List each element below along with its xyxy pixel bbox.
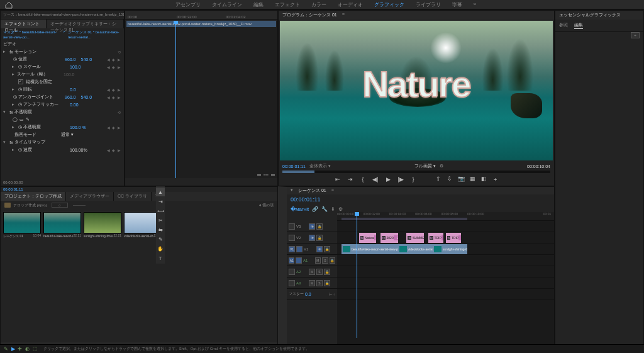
fx-icon[interactable]: fx (8, 50, 14, 54)
track-output[interactable]: 👁 (316, 246, 323, 252)
comparison-icon[interactable]: ◧ (480, 176, 487, 184)
pos-y[interactable]: 540.0 (81, 57, 92, 62)
export-frame-icon[interactable]: 📷 (457, 176, 465, 184)
track-lock[interactable]: 🔒 (324, 246, 330, 252)
track-mute[interactable]: M (315, 257, 321, 264)
rect-mask-icon[interactable]: ▭ (18, 117, 25, 122)
stopwatch-icon[interactable]: ◷ (17, 87, 23, 92)
ws-library[interactable]: ライブラリ (416, 1, 441, 8)
program-scrub[interactable] (282, 171, 314, 173)
project-item[interactable]: シーケンス 0110:04 (3, 212, 41, 238)
eg-tab-browse[interactable]: 参照 (559, 22, 568, 29)
track-name[interactable]: V1 (304, 247, 315, 251)
snap-icon[interactable]: �магнit (291, 206, 309, 212)
ws-captions[interactable]: 字幕 (452, 1, 462, 8)
graphics-clip[interactable]: fx NatureNature (359, 233, 377, 243)
reset-icon[interactable]: ⟲ (118, 110, 121, 115)
program-viewer[interactable]: Nature (280, 21, 553, 160)
stopwatch-icon[interactable]: ◷ (12, 57, 18, 62)
timeline-playhead[interactable] (357, 212, 357, 338)
track-solo[interactable]: S (316, 280, 323, 286)
graphics-clip[interactable]: fx TRIPTRIP (446, 233, 461, 243)
track-solo[interactable]: S (322, 257, 328, 264)
zoom-out-icon[interactable]: ▬ (257, 172, 261, 177)
reset-icon[interactable]: ⟲ (118, 50, 121, 54)
selection-tool-icon[interactable]: ▲ (156, 188, 165, 196)
mark-out-icon[interactable]: ⇥ (347, 176, 354, 182)
lift-icon[interactable]: ⇪ (435, 176, 442, 184)
master-val[interactable]: 0.0 (305, 292, 311, 296)
linked-selection-icon[interactable]: 🔗 (312, 206, 318, 212)
eg-title[interactable]: エッセンシャルグラフィックス (555, 11, 643, 20)
stopwatch-icon[interactable]: ◷ (17, 147, 23, 152)
video-clip[interactable]: sunlight-shining-through-glare-of-trees_… (433, 244, 467, 254)
tab-media-browser[interactable]: メディアブラウザー (66, 192, 114, 201)
video-clip[interactable]: beautiful-lake-resort-aerial-view-pond-w… (341, 244, 398, 254)
resolution-dropdown[interactable]: フル画質 ▾ (414, 163, 436, 169)
track-target[interactable] (289, 223, 295, 230)
program-title[interactable]: プログラム：シーケンス 01 (282, 12, 337, 18)
tab-cc-libraries[interactable]: CC ライブラリ (114, 192, 152, 201)
ws-edit[interactable]: 編集 (253, 1, 264, 8)
type-tool-icon[interactable]: T (156, 254, 165, 262)
track-name[interactable]: A1 (303, 259, 314, 262)
program-timecode[interactable]: 00:00:01:11 (282, 164, 306, 169)
track-lock[interactable]: 🔒 (324, 280, 330, 286)
ws-audio[interactable]: オーディオ (338, 1, 363, 8)
status-icon[interactable]: ✎ (4, 346, 8, 352)
fx-icon[interactable]: fx (8, 110, 14, 115)
zoom-in-icon[interactable]: ▬ (271, 172, 275, 177)
track-output[interactable]: 👁 (309, 235, 315, 241)
blend-dropdown[interactable]: 通常 ▾ (61, 132, 74, 138)
title-graphic[interactable]: Nature (362, 63, 470, 105)
ws-timeline[interactable]: タイムライン (212, 1, 242, 8)
status-icon[interactable]: ▶ (11, 346, 15, 352)
track-solo[interactable]: S (316, 269, 323, 275)
filter-icon[interactable]: ⌕ (52, 203, 68, 208)
master-track[interactable]: マスター (289, 291, 304, 297)
track-target[interactable] (289, 235, 295, 241)
timeline-ruler[interactable]: 00:00:00:00 00:00:02:00 00:00:04:00 00:0… (337, 212, 554, 221)
anc-y[interactable]: 540.0 (81, 95, 92, 99)
work-area-bar[interactable] (341, 218, 467, 220)
project-item[interactable]: beautiful-lake-resort-aerial…22:21 (43, 212, 81, 238)
track-name[interactable]: V3 (296, 225, 308, 228)
status-icon[interactable]: ⬚ (33, 346, 38, 352)
tab-audio-mixer[interactable]: オーディオクリップミキサー：シーケンス 01 (47, 20, 124, 28)
button-editor-icon[interactable]: ＋ (491, 176, 499, 184)
ws-assembly[interactable]: アセンブリ (175, 1, 201, 8)
mark-in-icon[interactable]: ⇤ (334, 176, 341, 182)
track-name[interactable]: A3 (296, 281, 308, 285)
master-clip-a[interactable]: マスター * beautiful-lake-resort-aerial-view… (3, 30, 60, 39)
opacity-label[interactable]: 不透明度 (14, 109, 61, 115)
track-target[interactable] (289, 280, 295, 286)
eg-add-button[interactable]: ＋ (631, 32, 640, 38)
tl-menu-icon[interactable]: ▾ (291, 188, 293, 194)
hand-tool-icon[interactable]: ✋ (156, 244, 165, 253)
settings-icon[interactable]: ⬇ (331, 206, 335, 212)
track-mute[interactable]: M (309, 280, 315, 286)
track-name[interactable]: A2 (296, 270, 308, 274)
extract-icon[interactable]: ⇩ (446, 176, 453, 184)
uniform-checkbox[interactable] (18, 79, 23, 84)
sequence-tab[interactable]: シーケンス 01 (298, 188, 326, 194)
bin-icon[interactable] (4, 203, 11, 208)
stopwatch-icon[interactable]: ◷ (17, 102, 23, 107)
src-patch[interactable]: A1 (289, 257, 294, 264)
track-mute[interactable]: M (309, 269, 315, 275)
status-icon[interactable]: ✚ (18, 346, 22, 352)
panel-menu-icon[interactable]: ≡ (342, 12, 345, 18)
track-lock[interactable]: 🔒 (316, 223, 323, 230)
ec-clip-bar[interactable]: beautiful-lake-resort-aerial-view-pond-w… (126, 21, 276, 27)
stopwatch-icon[interactable]: ◷ (17, 125, 23, 130)
motion-label[interactable]: モーション (14, 48, 61, 55)
eg-tab-edit[interactable]: 編集 (574, 22, 583, 29)
graphics-clip[interactable]: fx TRIPTRIP (428, 233, 443, 243)
tab-effect-controls[interactable]: エフェクトコントロール (1, 20, 47, 28)
go-out-icon[interactable]: } (409, 176, 417, 182)
settings-icon[interactable]: ⚙ (440, 164, 443, 169)
pen-mask-icon[interactable]: ✎ (25, 117, 31, 122)
ws-overflow[interactable]: » (474, 1, 476, 8)
rotation-val[interactable]: 0.0 (70, 87, 76, 92)
play-icon[interactable]: ▶ (384, 176, 392, 182)
